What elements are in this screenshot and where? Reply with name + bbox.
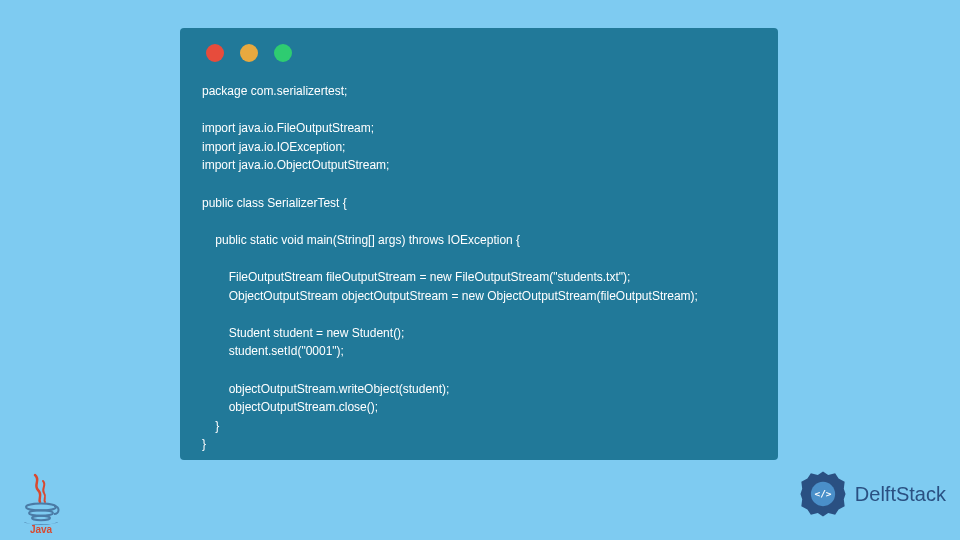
svg-point-2 bbox=[32, 516, 50, 520]
traffic-lights bbox=[202, 44, 756, 62]
close-icon[interactable] bbox=[206, 44, 224, 62]
gear-icon: </> bbox=[797, 468, 849, 520]
delftstack-logo: </> DelftStack bbox=[797, 468, 946, 520]
java-logo: Java bbox=[16, 472, 66, 530]
code-content: package com.serializertest; import java.… bbox=[202, 82, 756, 454]
delftstack-label: DelftStack bbox=[855, 483, 946, 506]
svg-text:</>: </> bbox=[814, 488, 831, 499]
maximize-icon[interactable] bbox=[274, 44, 292, 62]
minimize-icon[interactable] bbox=[240, 44, 258, 62]
java-label: Java bbox=[30, 524, 53, 534]
code-window: package com.serializertest; import java.… bbox=[180, 28, 778, 460]
